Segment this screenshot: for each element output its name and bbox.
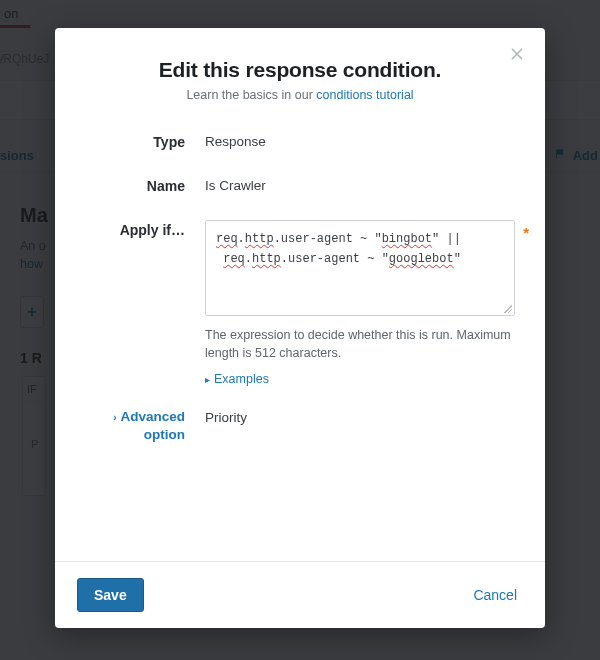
modal-footer: Save Cancel [55,561,545,628]
conditions-tutorial-link[interactable]: conditions tutorial [316,88,413,102]
advanced-value: Priority [205,408,515,425]
edit-condition-modal: Edit this response condition. Learn the … [55,28,545,628]
close-icon[interactable] [507,46,527,66]
modal-subtitle: Learn the basics in our conditions tutor… [85,88,515,102]
examples-link[interactable]: ▸Examples [205,372,515,386]
modal-title: Edit this response condition. [85,58,515,82]
modal-body: Type Response Name Is Crawler Apply if… … [55,110,545,561]
examples-label: Examples [214,372,269,386]
field-advanced: ›Advanced option Priority [85,408,515,444]
required-star-icon: * [523,224,529,241]
save-button[interactable]: Save [77,578,144,612]
name-label: Name [85,176,205,194]
field-name: Name Is Crawler [85,176,515,194]
name-value: Is Crawler [205,176,515,193]
resize-handle-icon[interactable] [503,304,513,314]
apply-if-help: The expression to decide whether this is… [205,326,515,362]
advanced-toggle[interactable]: ›Advanced option [85,408,205,444]
apply-if-label: Apply if… [85,220,205,238]
caret-right-icon: ▸ [205,374,210,385]
apply-if-value-wrap: req.http.user-agent ~ "bingbot" || req.h… [205,220,515,386]
field-apply-if: Apply if… req.http.user-agent ~ "bingbot… [85,220,515,386]
modal-subtitle-prefix: Learn the basics in our [186,88,316,102]
apply-if-textarea[interactable]: req.http.user-agent ~ "bingbot" || req.h… [205,220,515,316]
advanced-toggle-label: Advanced option [120,409,185,442]
caret-right-icon: › [113,412,116,423]
modal-header: Edit this response condition. Learn the … [55,28,545,110]
type-label: Type [85,132,205,150]
field-type: Type Response [85,132,515,150]
type-value: Response [205,132,515,149]
cancel-button[interactable]: Cancel [467,579,523,611]
